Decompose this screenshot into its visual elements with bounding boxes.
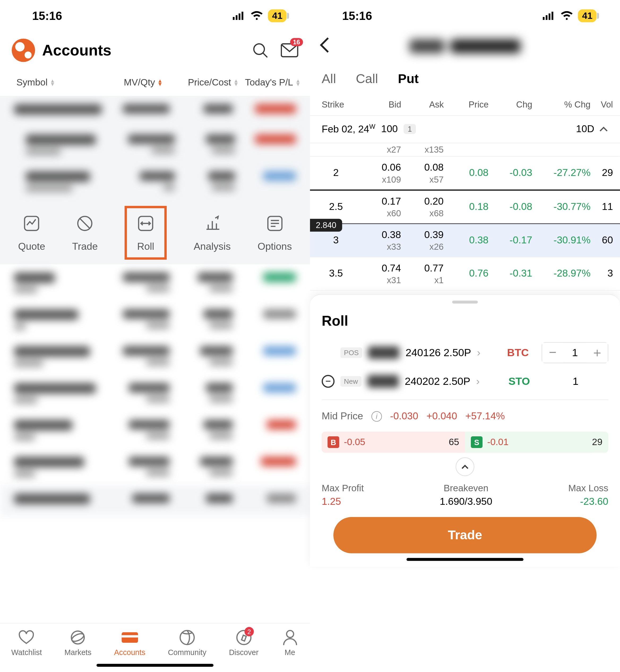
status-bar: 15:16 41 <box>310 0 620 32</box>
action-quote[interactable]: Quote <box>18 212 45 254</box>
expand-button[interactable] <box>456 458 474 476</box>
header-bid[interactable]: Bid <box>359 100 401 109</box>
accounts-screen: 15:16 41 Accounts 16 Symbol▲▼ <box>0 0 310 672</box>
days-to-expiry: 10D <box>576 123 594 135</box>
sheet-grabber[interactable] <box>452 301 478 304</box>
header-strike[interactable]: Strike <box>322 100 359 109</box>
cell-pct-chg: -30.77% <box>532 201 590 213</box>
holding-row[interactable] <box>0 375 310 412</box>
info-icon[interactable]: i <box>371 411 382 422</box>
buy-side[interactable]: B -0.05 65 <box>322 432 465 453</box>
chain-row[interactable]: 20.06x1090.08x570.08-0.03-27.27%29 <box>310 157 620 190</box>
qty-plus[interactable]: ＋ <box>586 343 608 363</box>
chain-row[interactable]: 3.50.74x310.77x10.76-0.31-28.97%3 <box>310 258 620 291</box>
leg1-contract: 240126 2.50P <box>406 347 471 359</box>
side-sto: STO <box>509 375 530 388</box>
holding-row[interactable] <box>0 449 310 485</box>
tab-me[interactable]: Me <box>281 629 299 657</box>
cellular-icon <box>233 12 246 20</box>
svg-point-18 <box>287 631 293 637</box>
home-indicator <box>97 664 214 667</box>
chain-row[interactable]: 2.50.17x600.20x680.18-0.08-30.77%112.840 <box>310 190 620 225</box>
cell-chg: -0.31 <box>488 268 532 280</box>
expiry-multiplier: 100 <box>381 123 398 135</box>
sell-side[interactable]: S -0.01 29 <box>465 432 608 453</box>
holding-row[interactable] <box>0 485 310 516</box>
svg-rect-22 <box>552 12 554 20</box>
holding-row[interactable] <box>0 301 310 338</box>
position-row[interactable] <box>0 126 310 163</box>
breakeven-label: Breakeven <box>444 483 488 494</box>
battery-indicator: 41 <box>578 9 597 22</box>
battery-indicator: 41 <box>268 9 287 22</box>
tab-discover[interactable]: 2Discover <box>229 629 259 657</box>
option-type-tabs: All Call Put <box>310 61 620 95</box>
qty-minus[interactable]: − <box>542 343 563 363</box>
chevron-up-icon <box>599 123 608 135</box>
breakeven-value: 1.690/3.950 <box>440 496 492 508</box>
action-options[interactable]: Options <box>258 212 292 254</box>
tab-all[interactable]: All <box>322 71 336 87</box>
expiry-row[interactable]: Feb 02, 24W 100 1 10D <box>310 116 620 143</box>
qty-stepper[interactable]: − 1 ＋ <box>542 342 608 363</box>
wifi-icon <box>561 11 573 20</box>
buy-qty: 65 <box>449 437 459 448</box>
cell-chg: -0.17 <box>488 235 532 247</box>
header-ask[interactable]: Ask <box>401 100 444 109</box>
cell-vol: 11 <box>590 201 613 213</box>
tab-watchlist[interactable]: Watchlist <box>11 629 42 657</box>
column-symbol[interactable]: Symbol▲▼ <box>16 77 87 88</box>
action-analysis[interactable]: Analysis <box>194 212 231 254</box>
leg-symbol-blur <box>368 346 400 359</box>
header-chg[interactable]: Chg <box>488 100 532 109</box>
inbox-icon[interactable]: 16 <box>281 41 298 59</box>
ticker-title <box>410 39 521 53</box>
wifi-icon <box>251 11 263 20</box>
svg-line-9 <box>80 219 90 228</box>
column-price-cost[interactable]: Price/Cost▲▼ <box>163 77 239 88</box>
back-button[interactable] <box>319 37 330 56</box>
leg-row-pos[interactable]: POS 240126 2.50P › BTC − 1 ＋ <box>310 337 620 369</box>
expiry-date: Feb 02, 24W <box>322 123 375 136</box>
action-trade[interactable]: Trade <box>72 212 98 254</box>
header-pct-chg[interactable]: % Chg <box>532 100 590 109</box>
column-todays-pl[interactable]: Today's P/L▲▼ <box>239 77 301 88</box>
header-price[interactable]: Price <box>444 100 488 109</box>
svg-rect-0 <box>233 17 235 20</box>
chain-row[interactable]: 30.38x330.39x260.38-0.17-30.91%60 <box>310 224 620 258</box>
tab-put[interactable]: Put <box>398 71 419 87</box>
search-icon[interactable] <box>252 41 269 59</box>
tab-call[interactable]: Call <box>356 71 378 87</box>
svg-point-4 <box>254 44 264 54</box>
column-mv-qty[interactable]: MV/Qty▲▼ <box>87 77 162 88</box>
remove-leg-icon[interactable]: − <box>322 375 334 388</box>
app-logo-icon <box>12 39 35 62</box>
buy-price: -0.05 <box>344 437 365 448</box>
cell-price: 0.38 <box>444 235 488 247</box>
mid-price-pct: +57.14% <box>465 411 505 422</box>
cell-bid: 0.74x31 <box>358 262 401 286</box>
discover-badge: 2 <box>245 627 254 636</box>
position-row[interactable] <box>0 96 310 126</box>
cell-pct-chg: -28.97% <box>532 268 590 280</box>
position-row[interactable] <box>0 163 310 200</box>
chain-header: Strike Bid Ask Price Chg % Chg Vol <box>310 95 620 116</box>
holding-row[interactable] <box>0 412 310 449</box>
trade-button[interactable]: Trade <box>333 517 597 554</box>
holding-row[interactable] <box>0 338 310 375</box>
header-vol[interactable]: Vol <box>590 100 613 109</box>
tab-accounts[interactable]: Accounts <box>114 629 146 657</box>
action-roll[interactable]: Roll <box>125 206 167 260</box>
tab-markets[interactable]: Markets <box>64 629 92 657</box>
leg-row-new[interactable]: − New 240202 2.50P › STO 1 <box>310 369 620 394</box>
app-header: Accounts 16 <box>0 32 310 71</box>
underlying-price-bubble: 2.840 <box>310 219 342 232</box>
tab-community[interactable]: Community <box>168 629 206 657</box>
positions-group: Quote Trade Roll Analysis Options <box>0 96 310 264</box>
cell-strike: 2.5 <box>313 201 358 213</box>
holding-row[interactable] <box>0 264 310 301</box>
svg-point-16 <box>180 631 194 645</box>
status-time: 15:16 <box>342 9 372 22</box>
qty-value: 1 <box>543 375 608 388</box>
cell-price: 0.18 <box>444 201 488 213</box>
